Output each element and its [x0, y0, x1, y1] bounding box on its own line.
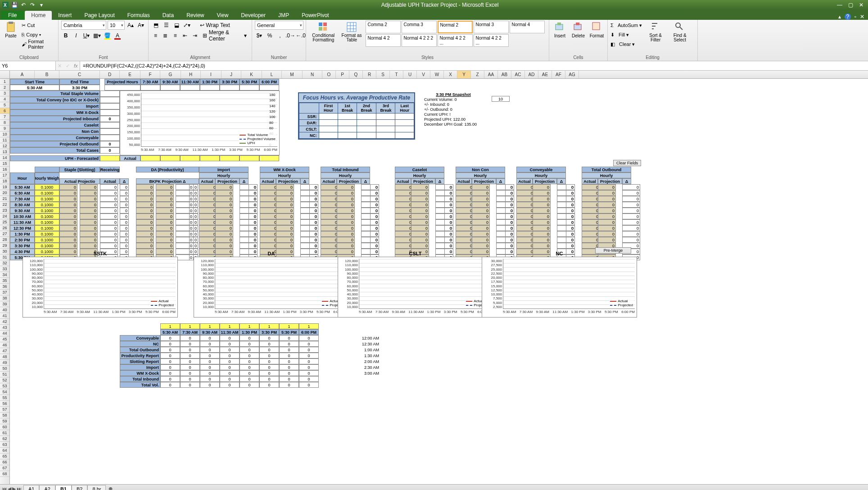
row-14[interactable]: 14	[0, 155, 9, 161]
toprow-val-8[interactable]: 0	[100, 141, 120, 147]
font-name-dropdown[interactable]: Cambria	[61, 21, 106, 30]
row-42[interactable]: 42	[0, 319, 9, 325]
col-AG[interactable]: AG	[565, 71, 579, 78]
close-icon[interactable]: ✕	[856, 1, 866, 9]
row-2[interactable]: 2	[0, 85, 9, 91]
row-32[interactable]: 32	[0, 260, 9, 266]
col-E[interactable]: E	[120, 71, 140, 78]
row-28[interactable]: 28	[0, 237, 9, 243]
sheet-tab-a1[interactable]: A1	[23, 485, 39, 490]
currency-icon[interactable]: $▾	[255, 31, 264, 40]
style-normal422b[interactable]: Normal 4 2 2 ...	[474, 34, 509, 47]
row-49[interactable]: 49	[0, 360, 9, 366]
style-comma2[interactable]: Comma 2	[366, 21, 401, 33]
underline-icon[interactable]: U▾	[82, 31, 91, 40]
tab-view[interactable]: View	[211, 11, 235, 20]
fill-color-icon[interactable]: 🪣	[103, 31, 112, 40]
row-55[interactable]: 55	[0, 395, 9, 401]
col-H[interactable]: H	[181, 71, 201, 78]
end-time[interactable]: 3:30 PM	[59, 85, 100, 91]
row-8[interactable]: 8	[0, 120, 9, 126]
row-36[interactable]: 36	[0, 284, 9, 290]
fill-button[interactable]: ⬇ Fill▾	[610, 30, 642, 39]
snapshot-box[interactable]: 10	[492, 96, 510, 102]
row-65[interactable]: 65	[0, 454, 9, 459]
row-48[interactable]: 48	[0, 354, 9, 360]
row-59[interactable]: 59	[0, 418, 9, 424]
col-S[interactable]: S	[376, 71, 390, 78]
col-AB[interactable]: AB	[498, 71, 511, 78]
row-13[interactable]: 13	[0, 149, 9, 155]
toprow-val-6[interactable]	[100, 128, 120, 135]
row-47[interactable]: 47	[0, 348, 9, 354]
style-normal422a[interactable]: Normal 4 2 2 ...	[438, 34, 473, 47]
row-11[interactable]: 11	[0, 137, 9, 143]
row-50[interactable]: 50	[0, 366, 9, 372]
conditional-formatting-button[interactable]: Conditional Formatting	[309, 21, 338, 42]
row-56[interactable]: 56	[0, 401, 9, 407]
col-B[interactable]: B	[35, 71, 59, 78]
comma-icon[interactable]: ,	[276, 31, 285, 40]
font-size-dropdown[interactable]: 10	[108, 21, 125, 30]
toprow-val-7[interactable]	[100, 135, 120, 141]
col-AD[interactable]: AD	[525, 71, 538, 78]
row-21[interactable]: 21	[0, 196, 9, 202]
row-53[interactable]: 53	[0, 383, 9, 389]
col-D[interactable]: D	[100, 71, 120, 78]
row-52[interactable]: 52	[0, 377, 9, 383]
select-all-corner[interactable]	[0, 71, 10, 78]
wrap-text-button[interactable]: ↩ Wrap Text	[198, 21, 232, 30]
paste-button[interactable]: Paste	[3, 21, 19, 38]
toprow-val-4[interactable]: 0	[100, 116, 120, 122]
cut-button[interactable]: ✂Cut	[22, 21, 55, 30]
name-box[interactable]: Y6	[0, 61, 56, 70]
bold-icon[interactable]: B	[61, 31, 70, 40]
style-normal3[interactable]: Normal 3	[474, 21, 509, 33]
row-41[interactable]: 41	[0, 313, 9, 319]
toprow-val-9[interactable]: 0	[100, 147, 120, 154]
col-W[interactable]: W	[430, 71, 444, 78]
row-44[interactable]: 44	[0, 331, 9, 336]
merge-center-button[interactable]: ⊞ Merge & Center▾	[200, 31, 249, 40]
col-Z[interactable]: Z	[471, 71, 484, 78]
col-U[interactable]: U	[403, 71, 417, 78]
row-66[interactable]: 66	[0, 459, 9, 465]
col-F[interactable]: F	[140, 71, 160, 78]
indent-dec-icon[interactable]: ⇤	[181, 31, 190, 40]
sheet-tab-b2[interactable]: B2	[72, 485, 87, 490]
percent-icon[interactable]: %	[265, 31, 274, 40]
row-19[interactable]: 19	[0, 184, 9, 190]
row-22[interactable]: 22	[0, 202, 9, 208]
format-cells-button[interactable]: Format	[589, 21, 605, 38]
row-45[interactable]: 45	[0, 336, 9, 342]
toprow-val-2[interactable]	[100, 103, 120, 109]
col-Q[interactable]: Q	[349, 71, 363, 78]
tab-page-layout[interactable]: Page Layout	[78, 11, 121, 20]
worksheet-grid[interactable]: Start Time End Time 5:30 AM 3:30 PM Proj…	[10, 79, 868, 484]
col-K[interactable]: K	[241, 71, 262, 78]
clear-fields-button[interactable]: Clear Fields	[613, 160, 641, 166]
row-29[interactable]: 29	[0, 243, 9, 249]
align-middle-icon[interactable]: ☰	[162, 21, 171, 30]
style-normal42[interactable]: Normal 4 2	[366, 34, 401, 47]
first-sheet-icon[interactable]: ⏮	[2, 486, 7, 490]
sort-filter-button[interactable]: Sort & Filter	[645, 21, 666, 42]
copy-button[interactable]: ⎘Copy▾	[22, 30, 55, 39]
sheet-tab-8hr[interactable]: 8 hr	[87, 485, 106, 490]
proj-hours[interactable]	[104, 85, 140, 91]
tab-review[interactable]: Review	[180, 11, 210, 20]
window-restore-icon[interactable]: ▫	[854, 14, 856, 20]
toprow-val-0[interactable]	[100, 91, 120, 97]
row-57[interactable]: 57	[0, 407, 9, 413]
qat-more-icon[interactable]: ▾	[38, 1, 45, 9]
row-31[interactable]: 31	[0, 254, 9, 260]
row-61[interactable]: 61	[0, 430, 9, 436]
row-40[interactable]: 40	[0, 307, 9, 313]
file-tab[interactable]: File	[1, 11, 24, 20]
save-icon[interactable]: 💾	[11, 1, 18, 9]
fx-icon[interactable]: fx	[74, 63, 78, 68]
clear-button[interactable]: ◧ Clear▾	[610, 40, 642, 49]
row-38[interactable]: 38	[0, 295, 9, 301]
col-AF[interactable]: AF	[552, 71, 565, 78]
formula-input[interactable]: =ROUNDUP(IF(C2<A2,((C2-A2)*24)+24,(C2-A2…	[80, 61, 868, 70]
